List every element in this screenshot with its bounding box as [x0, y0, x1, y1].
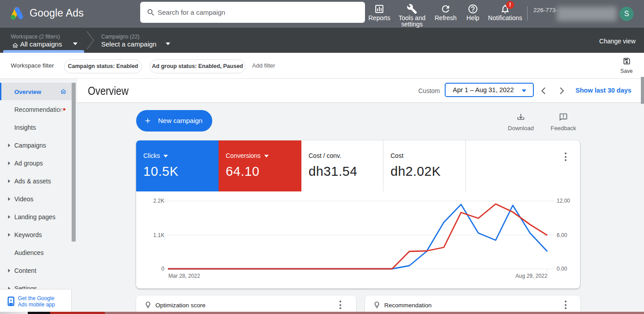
svg-text:Mar 28, 2022: Mar 28, 2022 — [168, 273, 200, 279]
svg-text:6.00: 6.00 — [557, 232, 567, 238]
svg-text:1.1K: 1.1K — [153, 232, 164, 238]
svg-text:Aug 29, 2022: Aug 29, 2022 — [515, 273, 548, 279]
svg-text:0: 0 — [161, 266, 164, 272]
svg-text:0.00: 0.00 — [557, 266, 567, 272]
svg-text:2.2K: 2.2K — [153, 198, 164, 204]
svg-text:12.00: 12.00 — [557, 198, 570, 204]
